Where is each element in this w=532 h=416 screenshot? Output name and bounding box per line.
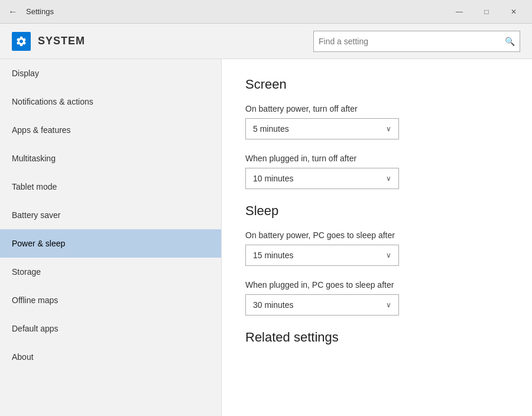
chevron-down-icon-4: ∨ [386, 301, 391, 309]
screen-battery-dropdown[interactable]: 5 minutes ∨ [245, 118, 399, 139]
screen-plugged-label: When plugged in, turn off after [245, 154, 508, 163]
close-button[interactable]: ✕ [500, 0, 527, 24]
related-section: Related settings [245, 330, 508, 345]
sidebar-item-multitasking[interactable]: Multitasking [0, 144, 221, 173]
sleep-plugged-dropdown[interactable]: 30 minutes ∨ [245, 294, 399, 316]
screen-battery-label: On battery power, turn off after [245, 104, 508, 113]
minimize-button[interactable]: — [446, 0, 473, 24]
sidebar-item-tablet-mode[interactable]: Tablet mode [0, 173, 221, 201]
header-title: SYSTEM [38, 35, 85, 47]
window-controls: — □ ✕ [446, 0, 527, 24]
screen-title: Screen [245, 77, 508, 92]
system-icon [12, 32, 31, 51]
gear-icon [15, 35, 27, 47]
sleep-section: Sleep On battery power, PC goes to sleep… [245, 203, 508, 316]
title-bar-title: Settings [26, 7, 54, 16]
minimize-icon: — [456, 8, 463, 16]
back-icon: ← [8, 6, 18, 17]
related-title: Related settings [245, 330, 508, 345]
sidebar-item-storage[interactable]: Storage [0, 258, 221, 286]
sidebar-item-power-sleep[interactable]: Power & sleep [0, 229, 221, 258]
content-area: Screen On battery power, turn off after … [222, 59, 532, 416]
header: SYSTEM 🔍 [0, 24, 532, 59]
chevron-down-icon-3: ∨ [386, 251, 391, 259]
sidebar: DisplayNotifications & actionsApps & fea… [0, 59, 222, 416]
sidebar-item-apps-features[interactable]: Apps & features [0, 116, 221, 144]
sidebar-item-display[interactable]: Display [0, 59, 221, 87]
screen-plugged-value: 10 minutes [253, 174, 293, 183]
sleep-title: Sleep [245, 203, 508, 219]
sleep-plugged-label: When plugged in, PC goes to sleep after [245, 280, 508, 290]
sidebar-item-about[interactable]: About [0, 343, 221, 371]
search-box[interactable]: 🔍 [313, 31, 520, 52]
sleep-battery-value: 15 minutes [253, 251, 293, 260]
back-button[interactable]: ← [5, 4, 21, 20]
close-icon: ✕ [511, 8, 517, 16]
sidebar-item-notifications[interactable]: Notifications & actions [0, 87, 221, 116]
sidebar-item-offline-maps[interactable]: Offline maps [0, 286, 221, 314]
main-layout: DisplayNotifications & actionsApps & fea… [0, 59, 532, 416]
chevron-down-icon-2: ∨ [386, 174, 391, 183]
screen-section: Screen On battery power, turn off after … [245, 77, 508, 189]
sleep-battery-label: On battery power, PC goes to sleep after [245, 230, 508, 240]
sleep-battery-dropdown[interactable]: 15 minutes ∨ [245, 245, 399, 266]
maximize-button[interactable]: □ [473, 0, 500, 24]
screen-battery-value: 5 minutes [253, 124, 289, 134]
screen-plugged-dropdown[interactable]: 10 minutes ∨ [245, 168, 399, 189]
sleep-plugged-value: 30 minutes [253, 300, 293, 310]
maximize-icon: □ [484, 8, 488, 16]
search-icon: 🔍 [505, 37, 515, 46]
chevron-down-icon: ∨ [386, 125, 391, 133]
sidebar-item-battery-saver[interactable]: Battery saver [0, 201, 221, 229]
title-bar: ← Settings — □ ✕ [0, 0, 532, 24]
sidebar-item-default-apps[interactable]: Default apps [0, 314, 221, 343]
search-input[interactable] [319, 37, 505, 46]
